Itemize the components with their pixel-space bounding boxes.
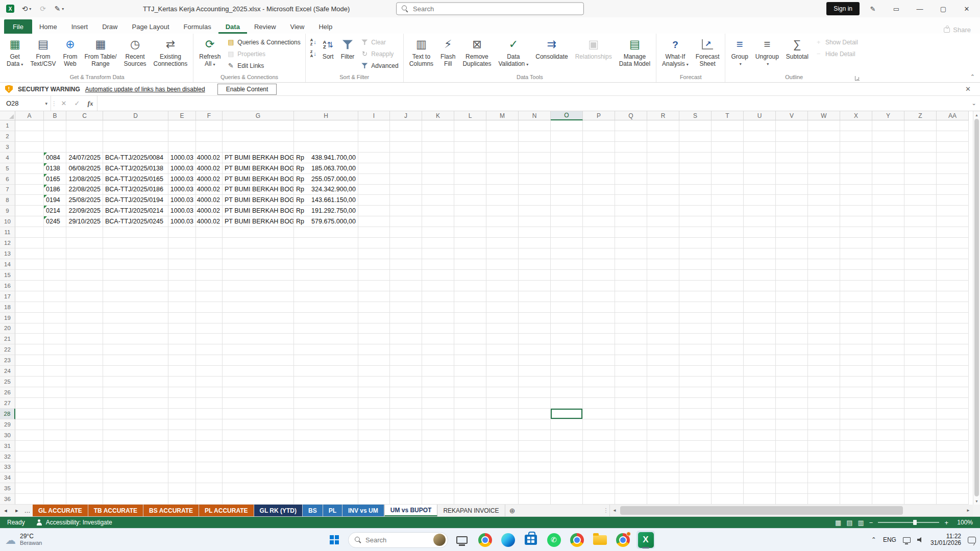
cell-B35[interactable] — [44, 483, 66, 494]
cell-A11[interactable] — [15, 227, 44, 238]
row-header-23[interactable]: 23 — [0, 355, 15, 366]
cell-E7[interactable]: 1000.03 — [168, 185, 196, 195]
edit-links-button[interactable]: ✎ Edit Links — [225, 60, 302, 71]
column-header-M[interactable]: M — [486, 111, 519, 120]
cell-P31[interactable] — [583, 441, 615, 452]
horizontal-scroll-thumb[interactable] — [620, 506, 903, 515]
cell-L8[interactable] — [454, 195, 486, 206]
cell-S28[interactable] — [679, 409, 712, 419]
clear-filter-button[interactable]: Clear — [358, 37, 400, 47]
cell-L12[interactable] — [454, 238, 486, 248]
cell-U22[interactable] — [744, 344, 776, 355]
cell-AA5[interactable] — [937, 163, 969, 174]
sheet-tab-bs[interactable]: BS — [303, 505, 323, 516]
cell-A24[interactable] — [15, 366, 44, 377]
cell-Z23[interactable] — [904, 355, 937, 366]
cell-AA31[interactable] — [937, 441, 969, 452]
cell-Y16[interactable] — [872, 281, 904, 291]
sheet-tab-pl-accurate[interactable]: PL ACCURATE — [199, 505, 254, 516]
cell-M21[interactable] — [486, 334, 519, 344]
cell-O33[interactable] — [551, 462, 583, 473]
cell-N15[interactable] — [519, 270, 551, 281]
cell-F27[interactable] — [196, 398, 223, 409]
cell-X35[interactable] — [840, 483, 872, 494]
cell-D8[interactable]: BCA-TTJ/2025/0194 — [103, 195, 168, 206]
cell-C5[interactable]: 06/08/2025 — [66, 163, 103, 174]
cell-AA1[interactable] — [937, 120, 969, 131]
cell-R11[interactable] — [647, 227, 679, 238]
column-header-K[interactable]: K — [422, 111, 454, 120]
cell-F32[interactable] — [196, 452, 223, 462]
column-header-A[interactable]: A — [15, 111, 44, 120]
cell-R4[interactable] — [647, 153, 679, 163]
cell-T11[interactable] — [712, 227, 744, 238]
cell-Q12[interactable] — [615, 238, 647, 248]
cell-B25[interactable] — [44, 377, 66, 387]
cell-B33[interactable] — [44, 462, 66, 473]
cell-T7[interactable] — [712, 185, 744, 195]
cell-D4[interactable]: BCA-TTJ/2025/0084 — [103, 153, 168, 163]
cell-M3[interactable] — [486, 142, 519, 153]
cell-O24[interactable] — [551, 366, 583, 377]
cell-Z27[interactable] — [904, 398, 937, 409]
cell-B6[interactable]: 0165 — [44, 174, 66, 185]
cell-Z19[interactable] — [904, 313, 937, 323]
cell-C11[interactable] — [66, 227, 103, 238]
cell-F26[interactable] — [196, 387, 223, 398]
cell-E19[interactable] — [168, 313, 196, 323]
cell-Q2[interactable] — [615, 131, 647, 142]
cell-X6[interactable] — [840, 174, 872, 185]
cell-Q29[interactable] — [615, 419, 647, 430]
column-header-T[interactable]: T — [712, 111, 744, 120]
cell-U1[interactable] — [744, 120, 776, 131]
cell-H17[interactable] — [294, 291, 358, 302]
cell-H35[interactable] — [294, 483, 358, 494]
cell-C28[interactable] — [66, 409, 103, 419]
cell-N14[interactable] — [519, 259, 551, 270]
cell-K10[interactable] — [422, 216, 454, 227]
cell-V25[interactable] — [776, 377, 808, 387]
cell-D26[interactable] — [103, 387, 168, 398]
cell-Z25[interactable] — [904, 377, 937, 387]
cell-P21[interactable] — [583, 334, 615, 344]
cell-U3[interactable] — [744, 142, 776, 153]
cell-U5[interactable] — [744, 163, 776, 174]
column-header-J[interactable]: J — [390, 111, 422, 120]
cell-C34[interactable] — [66, 472, 103, 483]
cell-Z33[interactable] — [904, 462, 937, 473]
chrome-button[interactable] — [476, 531, 494, 549]
tab-view[interactable]: View — [283, 19, 312, 34]
cell-G1[interactable] — [223, 120, 294, 131]
cell-I5[interactable] — [358, 163, 390, 174]
cell-L21[interactable] — [454, 334, 486, 344]
cell-Z22[interactable] — [904, 344, 937, 355]
cell-M34[interactable] — [486, 472, 519, 483]
sheet-tab-inv-vs-um[interactable]: INV vs UM — [342, 505, 384, 516]
cell-E12[interactable] — [168, 238, 196, 248]
cell-H36[interactable] — [294, 494, 358, 505]
column-header-AA[interactable]: AA — [937, 111, 969, 120]
cell-H29[interactable] — [294, 419, 358, 430]
cell-Q4[interactable] — [615, 153, 647, 163]
cell-S8[interactable] — [679, 195, 712, 206]
cell-O4[interactable] — [551, 153, 583, 163]
cell-R2[interactable] — [647, 131, 679, 142]
cell-Y14[interactable] — [872, 259, 904, 270]
taskbar-weather[interactable]: ☁ 29°C Berawan — [5, 533, 42, 546]
cell-O35[interactable] — [551, 483, 583, 494]
cell-E22[interactable] — [168, 344, 196, 355]
cell-A35[interactable] — [15, 483, 44, 494]
name-box[interactable]: O28 ▾ — [0, 96, 51, 111]
cell-R24[interactable] — [647, 366, 679, 377]
cell-B21[interactable] — [44, 334, 66, 344]
security-warning-link[interactable]: Automatic update of links has been disab… — [85, 86, 205, 93]
cell-O15[interactable] — [551, 270, 583, 281]
cell-X13[interactable] — [840, 248, 872, 259]
cell-I22[interactable] — [358, 344, 390, 355]
cell-I14[interactable] — [358, 259, 390, 270]
cell-D27[interactable] — [103, 398, 168, 409]
cell-K15[interactable] — [422, 270, 454, 281]
cell-K6[interactable] — [422, 174, 454, 185]
subtotal-button[interactable]: ∑ Subtotal — [783, 35, 812, 73]
cell-A27[interactable] — [15, 398, 44, 409]
